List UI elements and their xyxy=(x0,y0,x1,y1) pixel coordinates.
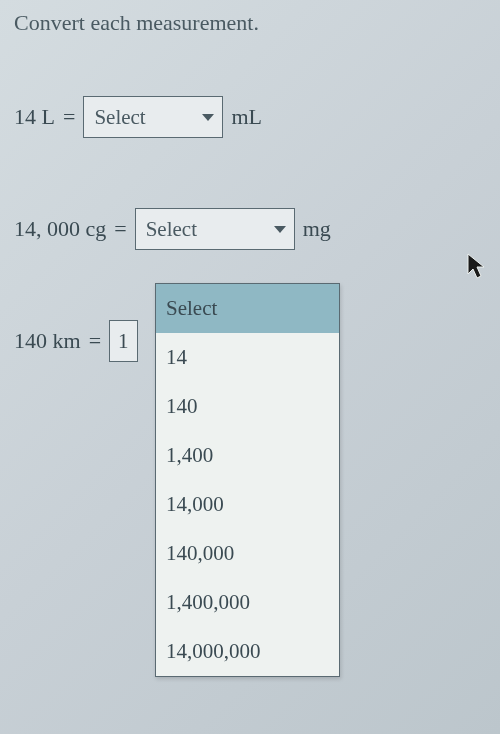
chevron-down-icon xyxy=(272,223,288,235)
lhs-value-3: 140 km xyxy=(14,328,81,354)
cursor-icon xyxy=(466,252,488,286)
conversion-row-2: 14, 000 cg = Select mg xyxy=(14,208,486,250)
unit-label-2: mg xyxy=(303,216,331,242)
dropdown-option[interactable]: Select xyxy=(156,284,339,333)
text-input-3[interactable]: 1 xyxy=(109,320,138,362)
select-dropdown-2[interactable]: Select xyxy=(135,208,295,250)
dropdown-option[interactable]: 14,000,000 xyxy=(156,627,339,676)
equals-sign-2: = xyxy=(114,216,126,242)
input-value-3: 1 xyxy=(118,329,129,354)
dropdown-option[interactable]: 14 xyxy=(156,333,339,382)
select-dropdown-1[interactable]: Select xyxy=(83,96,223,138)
unit-label-1: mL xyxy=(231,104,262,130)
equals-sign-3: = xyxy=(89,328,101,354)
chevron-down-icon xyxy=(200,111,216,123)
lhs-value-1: 14 L xyxy=(14,104,55,130)
svg-marker-0 xyxy=(202,114,214,121)
svg-marker-1 xyxy=(274,226,286,233)
instruction-text: Convert each measurement. xyxy=(14,10,486,36)
dropdown-options-list[interactable]: Select 14 140 1,400 14,000 140,000 1,400… xyxy=(155,283,340,677)
dropdown-option[interactable]: 140 xyxy=(156,382,339,431)
equals-sign-1: = xyxy=(63,104,75,130)
dropdown-option[interactable]: 1,400 xyxy=(156,431,339,480)
dropdown-option[interactable]: 1,400,000 xyxy=(156,578,339,627)
select-label-2: Select xyxy=(146,217,197,242)
conversion-row-1: 14 L = Select mL xyxy=(14,96,486,138)
lhs-value-2: 14, 000 cg xyxy=(14,216,106,242)
select-label-1: Select xyxy=(94,105,145,130)
dropdown-option[interactable]: 14,000 xyxy=(156,480,339,529)
dropdown-option[interactable]: 140,000 xyxy=(156,529,339,578)
